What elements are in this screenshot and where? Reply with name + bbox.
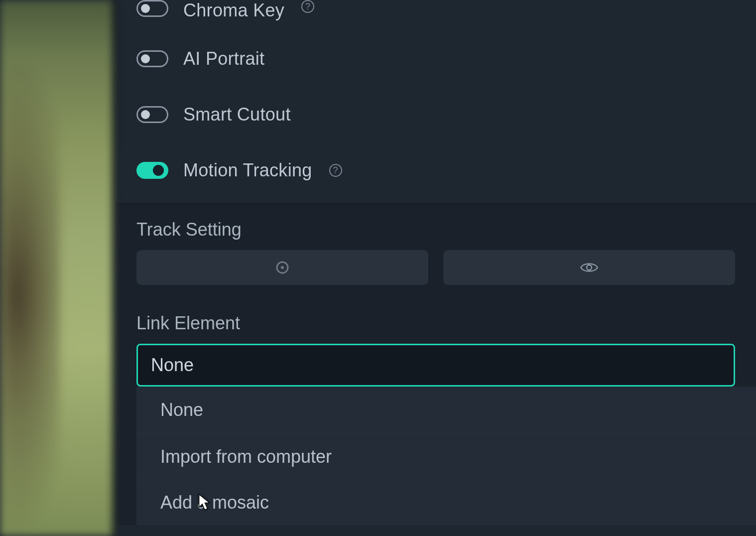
- properties-panel: Chroma Key ? AI Portrait Smart Cutout Mo…: [116, 0, 756, 536]
- video-preview: [0, 0, 116, 536]
- ai-portrait-toggle[interactable]: [136, 50, 168, 67]
- dropdown-option-label: None: [160, 400, 203, 420]
- chroma-key-label: Chroma Key: [183, 0, 284, 21]
- svg-point-2: [587, 265, 592, 270]
- dropdown-option-label: Add a mosaic: [160, 492, 269, 513]
- link-element-title: Link Element: [136, 313, 735, 334]
- toggle-knob: [153, 165, 164, 176]
- dropdown-option-none[interactable]: None: [136, 387, 756, 433]
- smart-cutout-row: Smart Cutout: [116, 87, 756, 142]
- svg-point-1: [281, 266, 284, 269]
- link-element-selected: None: [151, 355, 194, 376]
- toggle-knob: [141, 54, 150, 63]
- toggle-knob: [141, 110, 150, 119]
- track-preview-button[interactable]: [443, 250, 735, 285]
- motion-tracking-toggle[interactable]: [136, 162, 168, 179]
- chroma-key-row: Chroma Key ?: [116, 0, 756, 31]
- track-setting-buttons: [136, 250, 735, 285]
- link-element-section: Link Element None: [136, 292, 756, 387]
- track-setting-section: Track Setting: [116, 204, 756, 292]
- smart-cutout-toggle[interactable]: [136, 106, 168, 123]
- track-target-button[interactable]: [136, 250, 428, 285]
- dropdown-option-label: Import from computer: [160, 446, 332, 467]
- track-setting-title: Track Setting: [136, 219, 735, 240]
- ai-portrait-label: AI Portrait: [183, 48, 264, 69]
- help-icon[interactable]: ?: [301, 0, 314, 13]
- chroma-key-toggle[interactable]: [136, 0, 168, 17]
- motion-tracking-label: Motion Tracking: [183, 160, 312, 181]
- dropdown-option-mosaic[interactable]: Add a mosaic: [136, 480, 756, 525]
- smart-cutout-label: Smart Cutout: [183, 104, 291, 125]
- help-icon[interactable]: ?: [329, 164, 342, 177]
- motion-tracking-row: Motion Tracking ?: [116, 142, 756, 198]
- target-icon: [272, 258, 292, 277]
- link-element-dropdown: None Import from computer Add a mosaic: [136, 387, 756, 525]
- eye-icon: [579, 258, 599, 277]
- ai-portrait-row: AI Portrait: [116, 31, 756, 87]
- dropdown-option-import[interactable]: Import from computer: [136, 433, 756, 480]
- toggle-knob: [141, 4, 150, 13]
- link-element-select[interactable]: None: [136, 344, 735, 387]
